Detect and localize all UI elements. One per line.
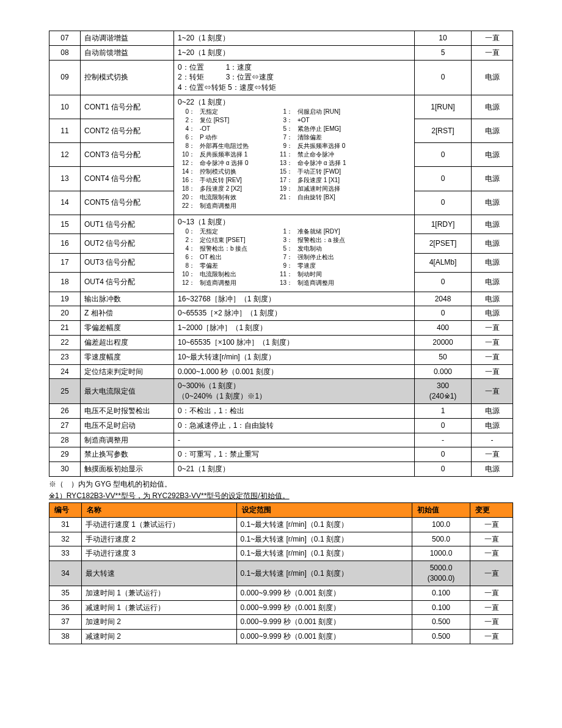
table-row: 34最大转速0.1~最大转速 [r/min]（0.1 刻度）5000.0(300… [49,561,513,586]
table-row: 08自动前馈增益1~20（1 刻度）5一直 [49,45,513,60]
table-row: 30触摸面板初始显示0~21（1 刻度）0电源 [49,462,513,477]
table-row: 38减速时间 20.000~9.999 秒（0.001 刻度）0.500一直 [49,630,513,644]
table-header: 编号名称设定范围初始值变更 [49,502,513,517]
table-row: 09控制模式切换0：位置 1：速度2：转矩 3：位置⇔速度4：位置⇔转矩 5：速… [49,60,513,95]
table-row: 07自动调谐增益1~20（1 刻度）10一直 [49,31,513,46]
table-row: 10CONT1 信号分配0~22（1 刻度）0：无指定1：伺服启动 [RUN]2… [49,95,513,119]
table-row: 33手动进行速度 30.1~最大转速 [r/min]（0.1 刻度）1000.0… [49,546,513,561]
table-row: 37加速时间 20.000~9.999 秒（0.001 刻度）0.500一直 [49,615,513,630]
table-row: 32手动进行速度 20.1~最大转速 [r/min]（0.1 刻度）500.0一… [49,532,513,546]
table-row: 15OUT1 信号分配0~13（1 刻度）0：无指定1：准备就绪 [RDY]2：… [49,215,513,233]
param-table-2: 编号名称设定范围初始值变更31手动进行速度 1（兼试运行）0.1~最大转速 [r… [49,502,513,644]
footnote-2: ※1）RYC182B3-VV**型号，为 RYC292B3-VV**型号的设定范… [49,491,513,501]
table-row: 24定位结束判定时间0.000~1.000 秒（0.001 刻度）0.000一直 [49,364,513,379]
table-row: 26电压不足时报警检出0：不检出，1：检出1电源 [49,403,513,418]
table-row: 22偏差超出程度10~65535［×100 脉冲］（1 刻度）20000一直 [49,335,513,350]
table-row: 19输出脉冲数16~32768［脉冲］（1 刻度）2048电源 [49,292,513,306]
table-row: 20Z 相补偿0~65535［×2 脉冲］（1 刻度）0电源 [49,306,513,321]
table-row: 36减速时间 1（兼试运行）0.000~9.999 秒（0.001 刻度）0.1… [49,600,513,615]
table-row: 23零速度幅度10~最大转速[r/min]（1 刻度）50一直 [49,350,513,364]
table-row: 27电压不足时启动0：急减速停止，1：自由旋转0电源 [49,418,513,433]
table-row: 28制造商调整用--- [49,433,513,447]
param-table-1: 07自动调谐增益1~20（1 刻度）10一直08自动前馈增益1~20（1 刻度）… [49,31,513,477]
table-row: 29禁止换写参数0：可重写，1：禁止重写0一直 [49,447,513,462]
table-row: 35加速时间 1（兼试运行）0.000~9.999 秒（0.001 刻度）0.1… [49,586,513,600]
table-row: 25最大电流限定值0~300%（1 刻度）（0~240%（1 刻度）※1）300… [49,379,513,404]
footnote-1: ※（ ）内为 GYG 型电机的初始值。 [49,479,513,490]
table-row: 21零偏差幅度1~2000［脉冲］（1 刻度）400一直 [49,321,513,336]
table-row: 31手动进行速度 1（兼试运行）0.1~最大转速 [r/min]（0.1 刻度）… [49,517,513,532]
